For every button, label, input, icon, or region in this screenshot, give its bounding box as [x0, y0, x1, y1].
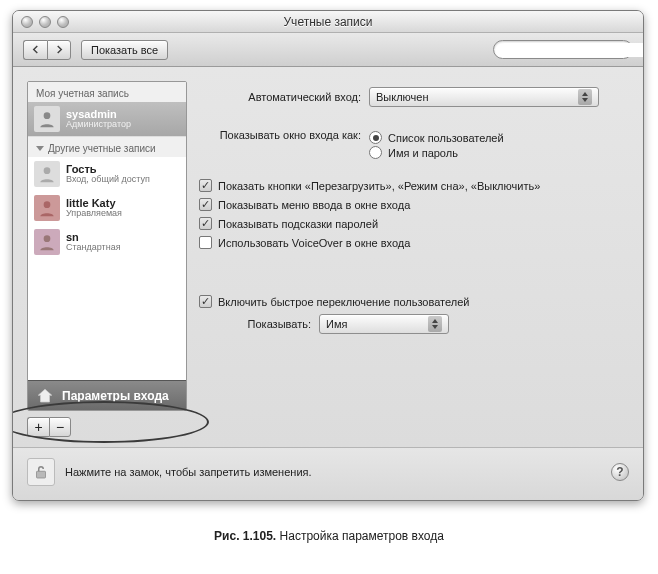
- auto-login-label: Автоматический вход:: [199, 91, 369, 103]
- checkbox-input-menu-label: Показывать меню ввода в окне входа: [218, 199, 410, 211]
- avatar: [34, 229, 60, 255]
- search-input[interactable]: [504, 43, 644, 57]
- checkbox-row-fast-switch: Включить быстрое переключение пользовате…: [199, 295, 629, 308]
- checkbox-hints-label: Показывать подсказки паролей: [218, 218, 378, 230]
- user-icon: [37, 232, 57, 252]
- stepper-arrows-icon: [578, 89, 592, 105]
- sidebar-item-role: Администратор: [66, 120, 131, 130]
- sidebar-item-role: Вход, общий доступ: [66, 175, 150, 185]
- toolbar: Показать все: [13, 33, 643, 67]
- fast-switch-show-label: Показывать:: [219, 318, 319, 330]
- sidebar-item-role: Стандартная: [66, 243, 121, 253]
- auto-login-value: Выключен: [376, 91, 429, 103]
- sidebar-item-meta: sn Стандартная: [66, 231, 121, 253]
- radio-user-list-label: Список пользователей: [388, 132, 504, 144]
- auto-login-popup[interactable]: Выключен: [369, 87, 599, 107]
- search-field[interactable]: [493, 40, 633, 59]
- login-options-row[interactable]: Параметры входа: [28, 380, 186, 410]
- sidebar-header-other-accounts: Другие учетные записи: [28, 136, 186, 157]
- checkbox-row-voiceover: Использовать VoiceOver в окне входа: [199, 236, 629, 249]
- fast-switch-show-value: Имя: [326, 318, 347, 330]
- remove-account-button[interactable]: −: [49, 417, 71, 437]
- svg-rect-6: [37, 471, 46, 478]
- avatar: [34, 161, 60, 187]
- radio-name-password-label: Имя и пароль: [388, 147, 458, 159]
- checkbox-fast-switch-label: Включить быстрое переключение пользовате…: [218, 296, 469, 308]
- back-button[interactable]: [23, 40, 47, 60]
- login-options-label: Параметры входа: [62, 389, 169, 403]
- user-icon: [37, 164, 57, 184]
- house-icon: [36, 387, 54, 405]
- sidebar-item-role: Управляемая: [66, 209, 122, 219]
- checkbox-row-restart: Показать кнопки «Перезагрузить», «Режим …: [199, 179, 629, 192]
- checkbox-input-menu[interactable]: [199, 198, 212, 211]
- unlocked-padlock-icon: [32, 463, 50, 481]
- sidebar-item-little-katy[interactable]: little Katy Управляемая: [28, 191, 186, 225]
- auto-login-row: Автоматический вход: Выключен: [199, 87, 629, 107]
- user-icon: [37, 198, 57, 218]
- fast-switch-show-popup[interactable]: Имя: [319, 314, 449, 334]
- user-icon: [37, 109, 57, 129]
- avatar: [34, 195, 60, 221]
- svg-point-4: [44, 201, 51, 208]
- sidebar-header-my-account: Моя учетная запись: [28, 82, 186, 102]
- checkbox-row-input-menu: Показывать меню ввода в окне входа: [199, 198, 629, 211]
- forward-button[interactable]: [47, 40, 71, 60]
- display-as-row: Показывать окно входа как: Список пользо…: [199, 129, 629, 161]
- lock-button[interactable]: [27, 458, 55, 486]
- checkbox-voiceover-label: Использовать VoiceOver в окне входа: [218, 237, 410, 249]
- preferences-window: Учетные записи Показать все Моя учетная …: [12, 10, 644, 501]
- display-as-label: Показывать окно входа как:: [199, 129, 369, 141]
- sidebar-container: Моя учетная запись sysadmin Администрато…: [27, 81, 187, 437]
- figure-ref: Рис. 1.105.: [214, 529, 276, 543]
- checkbox-restart[interactable]: [199, 179, 212, 192]
- figure-caption: Рис. 1.105. Настройка параметров входа: [0, 529, 658, 543]
- content-area: Моя учетная запись sysadmin Администрато…: [13, 67, 643, 447]
- settings-panel: Автоматический вход: Выключен Показывать…: [199, 81, 629, 437]
- radio-user-list[interactable]: [369, 131, 382, 144]
- svg-point-2: [44, 112, 51, 119]
- add-remove-buttons: + −: [27, 417, 187, 437]
- sidebar-item-sysadmin[interactable]: sysadmin Администратор: [28, 102, 186, 136]
- footer: Нажмите на замок, чтобы запретить измене…: [13, 447, 643, 500]
- sidebar-item-meta: Гость Вход, общий доступ: [66, 163, 150, 185]
- sidebar-item-sn[interactable]: sn Стандартная: [28, 225, 186, 259]
- checkbox-row-hints: Показывать подсказки паролей: [199, 217, 629, 230]
- chevron-left-icon: [31, 45, 40, 54]
- sidebar-item-meta: sysadmin Администратор: [66, 108, 131, 130]
- sidebar-item-meta: little Katy Управляемая: [66, 197, 122, 219]
- radio-name-password[interactable]: [369, 146, 382, 159]
- sidebar-item-guest[interactable]: Гость Вход, общий доступ: [28, 157, 186, 191]
- checkbox-fast-switch[interactable]: [199, 295, 212, 308]
- avatar: [34, 106, 60, 132]
- checkbox-hints[interactable]: [199, 217, 212, 230]
- svg-point-3: [44, 167, 51, 174]
- add-account-button[interactable]: +: [27, 417, 49, 437]
- svg-point-5: [44, 235, 51, 242]
- figure-text: Настройка параметров входа: [280, 529, 444, 543]
- fast-switch-show-row: Показывать: Имя: [219, 314, 629, 334]
- nav-segment: [23, 40, 71, 60]
- stepper-arrows-icon: [428, 316, 442, 332]
- checkbox-voiceover[interactable]: [199, 236, 212, 249]
- checkbox-restart-label: Показать кнопки «Перезагрузить», «Режим …: [218, 180, 540, 192]
- display-as-options: Список пользователей Имя и пароль: [369, 129, 504, 161]
- window-title: Учетные записи: [13, 15, 643, 29]
- lock-hint-text: Нажмите на замок, чтобы запретить измене…: [65, 466, 312, 478]
- help-button[interactable]: ?: [611, 463, 629, 481]
- titlebar: Учетные записи: [13, 11, 643, 33]
- show-all-button[interactable]: Показать все: [81, 40, 168, 60]
- accounts-sidebar: Моя учетная запись sysadmin Администрато…: [27, 81, 187, 411]
- chevron-right-icon: [55, 45, 64, 54]
